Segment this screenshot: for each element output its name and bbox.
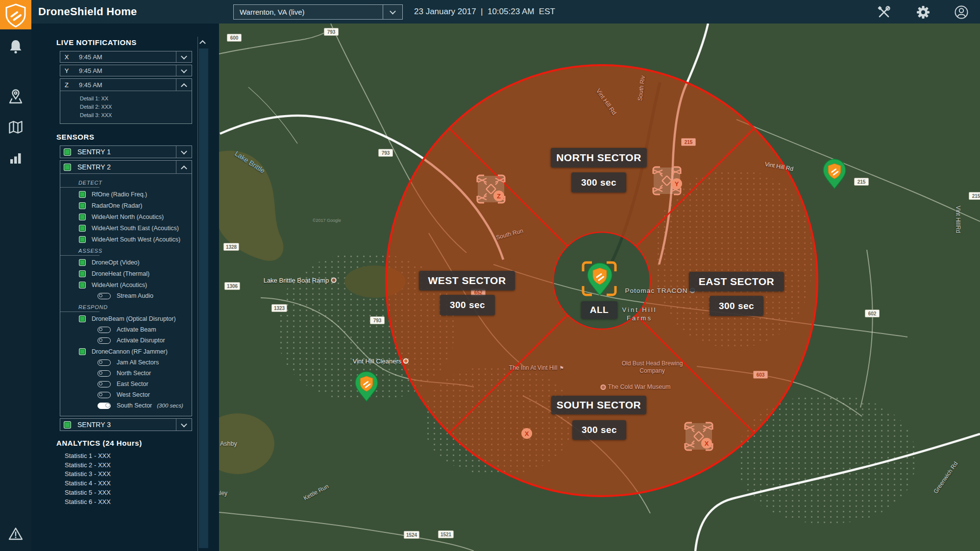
widealert-north-checkbox[interactable] (79, 214, 86, 220)
sentry-3-row[interactable]: SENTRY 3 (60, 418, 192, 431)
sensor-label: DroneHeat (Thermal) (86, 270, 149, 277)
activate-beam-toggle[interactable] (98, 327, 111, 333)
sentry-1-row[interactable]: SENTRY 1 (60, 145, 192, 158)
route-badge-1306: 1306 (224, 282, 240, 290)
location-dropdown-toggle[interactable] (383, 5, 402, 19)
drone-id-badge: X (701, 438, 712, 449)
scroll-up-icon[interactable] (199, 40, 206, 47)
notification-detail: Detail 1: XX (80, 95, 192, 103)
toggle-west-sector: West Sector (60, 389, 192, 400)
expand-button[interactable] (176, 65, 192, 76)
poi-dot-icon (331, 278, 336, 283)
wesley-label: Wesley (219, 490, 227, 497)
radarone-checkbox[interactable] (79, 202, 86, 209)
sentry-1-status-checkbox[interactable] (64, 148, 71, 156)
stream-audio-toggle[interactable] (98, 293, 111, 299)
collapse-button[interactable] (176, 161, 192, 173)
sensor-item-droneopt: DroneOpt (Video) (60, 257, 192, 268)
collapse-button[interactable] (176, 79, 192, 91)
north-sector-toggle[interactable] (98, 370, 111, 377)
lake-ashby-label: ke Ashby (219, 440, 237, 447)
west-sector-label[interactable]: WEST SECTOR (419, 271, 515, 290)
droneheat-checkbox[interactable] (79, 270, 86, 277)
west-sector-toggle[interactable] (98, 392, 111, 398)
route-badge-793: 793 (324, 28, 339, 36)
label-text: Vint Hill Cleaners (353, 358, 401, 365)
left-nav-rail (0, 29, 31, 551)
sensor-label: WideAlert (Acoutics) (86, 282, 147, 288)
sentry-pin-marker[interactable] (354, 371, 379, 404)
selected-sentry-marker[interactable] (582, 261, 617, 296)
statistic: Statistic 3 - XXX (65, 470, 219, 479)
widealert-se-checkbox[interactable] (79, 225, 86, 232)
user-account-icon[interactable] (954, 4, 969, 20)
warning-alert-icon[interactable] (7, 526, 24, 542)
map-view[interactable]: Lake Brittle Lake Brittle Boat Ramp Vint… (219, 24, 980, 551)
east-sector-toggle[interactable] (98, 381, 111, 387)
sentry-2-row[interactable]: SENTRY 2 (60, 161, 192, 173)
notification-id: Z (60, 81, 73, 89)
notification-row-x[interactable]: X 9:45 AM (60, 51, 192, 63)
dronebeam-checkbox[interactable] (79, 315, 86, 322)
jam-all-sectors-toggle[interactable] (98, 359, 111, 366)
drone-marker-y[interactable]: Y (652, 166, 682, 196)
museum-label: The Cold War Museum (600, 383, 670, 390)
sensor-item-widealert-se: WideAlert South East (Acoutics) (60, 222, 192, 234)
notification-detail: Detail 3: XXX (80, 111, 192, 120)
route-badge-793: 793 (378, 149, 393, 157)
notification-time: 9:45 AM (73, 67, 176, 74)
sensor-label: DroneCannon (RF Jammer) (86, 348, 168, 355)
live-notifications-header: LIVE NOTIFICATIONS (56, 38, 219, 47)
widealert-checkbox[interactable] (79, 282, 86, 288)
rfone-checkbox[interactable] (79, 191, 86, 198)
toggle-activate-disruptor: Activate Disruptor (60, 335, 192, 346)
east-sector-label[interactable]: EAST SECTOR (689, 272, 784, 291)
map-watermark: ©2017 Google (313, 218, 341, 223)
toggle-label: Activate Beam (111, 326, 156, 333)
analytics-stats: Statistic 1 - XXX Statistic 2 - XXX Stat… (65, 452, 219, 506)
farms-label: Vint Hill Farms (617, 306, 662, 322)
south-sector-toggle[interactable] (98, 403, 111, 409)
activate-disruptor-toggle[interactable] (98, 337, 111, 344)
notifications-bell-icon[interactable] (7, 38, 24, 55)
notification-row-z[interactable]: Z 9:45 AM (60, 79, 192, 91)
droneopt-checkbox[interactable] (79, 259, 86, 266)
widealert-sw-checkbox[interactable] (79, 236, 86, 243)
location-dropdown[interactable]: Warrenton, VA (live) (233, 4, 403, 20)
statistic: Statistic 2 - XXX (65, 461, 219, 470)
chevron-down-icon (181, 53, 187, 59)
notification-row-y[interactable]: Y 9:45 AM (60, 65, 192, 76)
app-title: DroneShield Home (38, 5, 137, 18)
chevron-down-icon (181, 421, 187, 427)
expand-button[interactable] (176, 146, 192, 158)
north-sector-label[interactable]: NORTH SECTOR (551, 148, 647, 168)
drone-marker-x[interactable]: X (684, 421, 714, 452)
drone-marker-z[interactable]: Z (476, 174, 506, 204)
tools-icon[interactable] (876, 4, 892, 20)
expand-button[interactable] (176, 419, 192, 431)
toggle-north-sector: North Sector (60, 368, 192, 379)
sentry-2-status-checkbox[interactable] (64, 164, 71, 171)
vint-hill-rd-label: Vint HillRd (955, 206, 961, 233)
toggle-knob (99, 371, 102, 375)
detect-group-label: DETECT (78, 180, 192, 186)
route-badge-1328: 1328 (223, 243, 239, 251)
statistic: Statistic 5 - XXX (65, 488, 219, 498)
scrollbar-thumb[interactable] (199, 48, 208, 548)
sentry-3-status-checkbox[interactable] (64, 421, 71, 429)
sensor-item-radarone: RadarOne (Radar) (60, 200, 192, 211)
sentry-pin-marker[interactable] (822, 158, 847, 192)
sentry-2-label: SENTRY 2 (71, 163, 176, 171)
settings-gear-icon[interactable] (915, 4, 931, 20)
sensor-item-dronebeam: DroneBeam (Optical Disruptor) (60, 313, 192, 324)
sentry-3-label: SENTRY 3 (71, 421, 176, 429)
analytics-bar-chart-icon[interactable] (7, 149, 24, 166)
drone-id-badge-x[interactable]: X (521, 428, 532, 439)
dronecannon-checkbox[interactable] (79, 348, 86, 355)
map-icon[interactable] (7, 119, 24, 136)
all-sectors-label[interactable]: ALL (581, 301, 617, 319)
expand-button[interactable] (176, 51, 192, 62)
sidebar-scrollbar (197, 37, 208, 551)
south-sector-label[interactable]: SOUTH SECTOR (551, 396, 646, 414)
location-pin-map-icon[interactable] (7, 88, 24, 105)
